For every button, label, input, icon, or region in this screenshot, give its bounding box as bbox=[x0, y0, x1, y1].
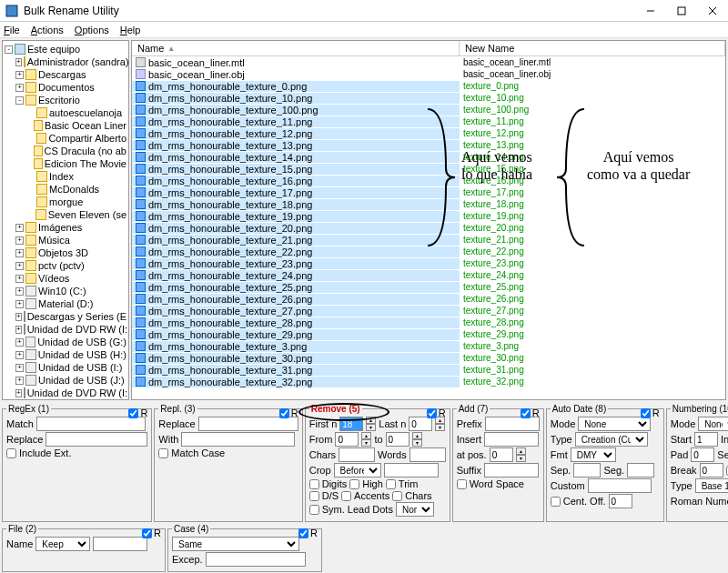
tree-item[interactable]: autoescuelanoja bbox=[5, 106, 126, 119]
tree-item[interactable]: -Este equipo bbox=[5, 43, 126, 55]
file-row[interactable]: basic_ocean_liner.objbasic_ocean_liner.o… bbox=[132, 68, 725, 80]
repl-replace-input[interactable] bbox=[198, 417, 298, 431]
tree-item[interactable]: +Descargas bbox=[5, 68, 126, 81]
tree-item[interactable]: Basic Ocean Liner bbox=[5, 119, 126, 132]
tree-item[interactable]: McDonalds bbox=[5, 183, 126, 196]
numbering-pad-input[interactable] bbox=[691, 447, 714, 462]
file-name-select[interactable]: Keep bbox=[35, 537, 90, 551]
remove-sym-check[interactable] bbox=[309, 505, 319, 515]
file-row[interactable]: dm_rms_honourable_texture_3.pngtexture_3… bbox=[132, 340, 725, 352]
expand-icon[interactable]: + bbox=[15, 275, 24, 283]
folder-tree[interactable]: -Este equipo+Administrador (sandra)+Desc… bbox=[2, 40, 129, 400]
expand-icon[interactable]: + bbox=[15, 71, 24, 79]
expand-icon[interactable]: + bbox=[15, 338, 24, 347]
remove-chars-check[interactable] bbox=[392, 491, 402, 501]
remove-trim-check[interactable] bbox=[386, 479, 396, 489]
file-row[interactable]: dm_rms_honourable_texture_23.pngtexture_… bbox=[132, 257, 725, 269]
tree-item[interactable]: CS Dracula (no ab bbox=[5, 145, 126, 157]
remove-to-input[interactable] bbox=[386, 432, 410, 447]
file-row[interactable]: dm_rms_honourable_texture_28.pngtexture_… bbox=[132, 317, 725, 328]
tree-item[interactable]: +Unidad de USB (H:) bbox=[5, 348, 126, 361]
file-enable-check[interactable] bbox=[142, 528, 152, 538]
tree-item[interactable]: Compartir Alberto bbox=[5, 132, 126, 145]
minimize-button[interactable] bbox=[635, 0, 666, 22]
repl-enable-check[interactable] bbox=[279, 408, 289, 418]
remove-digits-check[interactable] bbox=[309, 479, 319, 489]
remove-enable-check[interactable] bbox=[427, 408, 437, 418]
expand-icon[interactable]: + bbox=[15, 377, 24, 385]
file-row[interactable]: dm_rms_honourable_texture_10.pngtexture_… bbox=[132, 92, 725, 104]
tree-item[interactable]: +Unidad de BD-ROM (N bbox=[5, 399, 126, 400]
menu-file[interactable]: File bbox=[4, 25, 20, 35]
repl-with-input[interactable] bbox=[181, 432, 295, 447]
menu-actions[interactable]: Actions bbox=[31, 25, 64, 35]
file-row[interactable]: dm_rms_honourable_texture_17.pngtexture_… bbox=[132, 186, 725, 198]
case-excep-input[interactable] bbox=[206, 552, 306, 567]
file-row[interactable]: dm_rms_honourable_texture_13.pngtexture_… bbox=[132, 139, 725, 151]
tree-item[interactable]: +Música bbox=[5, 234, 126, 246]
regex-replace-input[interactable] bbox=[46, 432, 147, 447]
file-row[interactable]: dm_rms_honourable_texture_19.pngtexture_… bbox=[132, 210, 725, 222]
spin-buttons[interactable]: ▴▾ bbox=[366, 417, 376, 431]
expand-icon[interactable]: + bbox=[15, 224, 24, 232]
file-list[interactable]: Name▲ New Name basic_ocean_liner.mtlbasi… bbox=[131, 40, 726, 400]
remove-crop-input[interactable] bbox=[384, 463, 439, 478]
numbering-start-input[interactable] bbox=[694, 432, 718, 447]
file-row[interactable]: dm_rms_honourable_texture_0.pngtexture_0… bbox=[132, 80, 725, 92]
tree-item[interactable]: morgue bbox=[5, 196, 126, 208]
remove-high-check[interactable] bbox=[349, 479, 359, 489]
autodate-cent-check[interactable] bbox=[551, 497, 561, 507]
file-row[interactable]: dm_rms_honourable_texture_27.pngtexture_… bbox=[132, 305, 725, 317]
file-name-input[interactable] bbox=[93, 537, 147, 551]
regex-includeext-check[interactable] bbox=[6, 448, 16, 458]
file-row[interactable]: dm_rms_honourable_texture_26.pngtexture_… bbox=[132, 293, 725, 305]
tree-item[interactable]: +Unidad de DVD RW (I: bbox=[5, 387, 126, 399]
file-row[interactable]: dm_rms_honourable_texture_22.pngtexture_… bbox=[132, 246, 725, 257]
tree-item[interactable]: -Escritorio bbox=[5, 94, 126, 106]
tree-item[interactable]: +Unidad de USB (I:) bbox=[5, 361, 126, 374]
autodate-mode-select[interactable]: None bbox=[578, 417, 651, 431]
file-row[interactable]: dm_rms_honourable_texture_100.pngtexture… bbox=[132, 104, 725, 116]
column-name[interactable]: Name▲ bbox=[132, 41, 460, 55]
spin-buttons[interactable]: ▴▾ bbox=[435, 417, 445, 431]
numbering-mode-select[interactable]: None bbox=[698, 417, 728, 431]
expand-icon[interactable]: + bbox=[15, 313, 22, 321]
spin-buttons[interactable]: ▴▾ bbox=[361, 432, 371, 447]
expand-icon[interactable]: + bbox=[15, 351, 24, 359]
add-wordspace-check[interactable] bbox=[457, 479, 467, 489]
autodate-off-input[interactable] bbox=[609, 494, 632, 508]
file-row[interactable]: dm_rms_honourable_texture_21.pngtexture_… bbox=[132, 234, 725, 246]
expand-icon[interactable]: + bbox=[15, 364, 24, 372]
autodate-seg-input[interactable] bbox=[627, 463, 654, 478]
repl-matchcase-check[interactable] bbox=[158, 448, 168, 458]
tree-item[interactable]: +Administrador (sandra) bbox=[5, 55, 126, 68]
remove-words-input[interactable] bbox=[410, 447, 446, 462]
numbering-break-input[interactable] bbox=[700, 463, 723, 478]
file-row[interactable]: dm_rms_honourable_texture_32.pngtexture_… bbox=[132, 376, 725, 387]
tree-item[interactable]: +Objetos 3D bbox=[5, 246, 126, 259]
tree-item[interactable]: +Descargas y Series (E bbox=[5, 310, 126, 323]
tree-item[interactable]: +Vídeos bbox=[5, 272, 126, 285]
remove-ds-check[interactable] bbox=[309, 491, 319, 501]
close-button[interactable] bbox=[697, 0, 728, 22]
menu-options[interactable]: Options bbox=[75, 25, 109, 35]
regex-enable-check[interactable] bbox=[128, 408, 138, 418]
remove-from-input[interactable] bbox=[335, 432, 359, 447]
tree-item[interactable]: +Unidad de DVD RW (I: bbox=[5, 323, 126, 336]
autodate-custom-input[interactable] bbox=[588, 478, 652, 493]
numbering-type-select[interactable]: Base 10 (Decimal) bbox=[695, 478, 728, 493]
add-insert-input[interactable] bbox=[484, 432, 539, 447]
add-prefix-input[interactable] bbox=[485, 417, 540, 431]
tree-item[interactable]: +Unidad de USB (J:) bbox=[5, 374, 126, 387]
tree-item[interactable]: Index bbox=[5, 170, 126, 183]
tree-item[interactable]: +Material (D:) bbox=[5, 297, 126, 310]
file-row[interactable]: dm_rms_honourable_texture_25.pngtexture_… bbox=[132, 281, 725, 293]
file-row[interactable]: dm_rms_honourable_texture_18.pngtexture_… bbox=[132, 198, 725, 210]
file-row[interactable]: dm_rms_honourable_texture_20.pngtexture_… bbox=[132, 222, 725, 234]
file-row[interactable]: dm_rms_honourable_texture_16.pngtexture_… bbox=[132, 175, 725, 186]
add-atpos-input[interactable] bbox=[490, 447, 513, 462]
spin-buttons[interactable]: ▴▾ bbox=[516, 447, 526, 462]
menu-help[interactable]: Help bbox=[120, 25, 141, 35]
remove-crop-select[interactable]: Before bbox=[334, 463, 381, 478]
remove-firstn-input[interactable] bbox=[339, 417, 363, 431]
